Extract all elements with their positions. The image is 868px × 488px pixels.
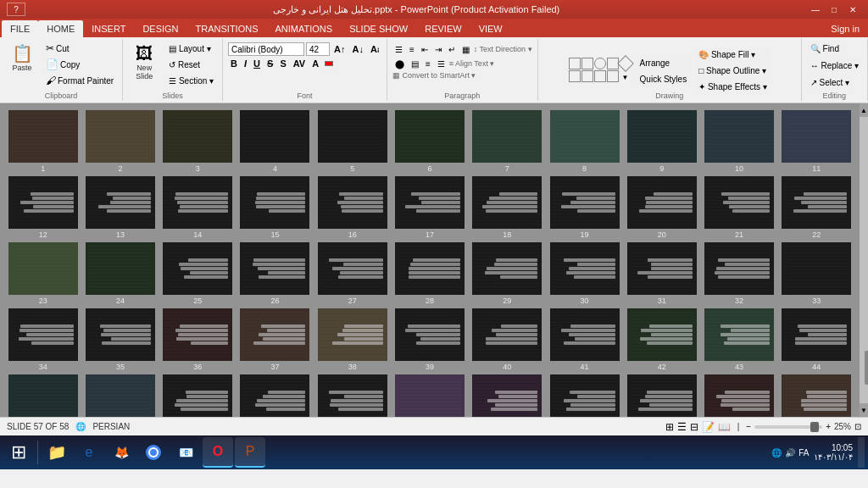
clear-format-button[interactable]: Aᵢ <box>368 42 381 56</box>
decrease-font-button[interactable]: A↓ <box>350 42 366 56</box>
shapes-more-button[interactable]: ▼ <box>620 70 632 84</box>
slide-item-3[interactable]: 3 <box>162 110 234 173</box>
maximize-button[interactable]: □ <box>826 3 843 16</box>
slide-item-25[interactable]: 25 <box>162 242 234 305</box>
scroll-thumb[interactable] <box>865 351 868 385</box>
layout-button[interactable]: ▤ Layout ▾ <box>165 41 217 56</box>
taskbar-clock[interactable]: 10:05 ۱۴۰۳/۱۱/۰۴ <box>814 443 853 462</box>
increase-font-button[interactable]: A↑ <box>331 42 348 56</box>
zoom-slider[interactable] <box>754 425 822 429</box>
bold-button[interactable]: B <box>228 57 240 70</box>
new-slide-button[interactable]: 🖼 NewSlide <box>128 41 160 90</box>
shape-3[interactable] <box>581 70 593 82</box>
firefox-button[interactable]: 🦊 <box>106 437 136 468</box>
tab-animations[interactable]: ANIMATIONS <box>267 20 342 37</box>
slide-item-23[interactable]: 23 <box>7 242 79 305</box>
signin-area[interactable]: Sign in <box>822 20 868 37</box>
slide-item-20[interactable]: 20 <box>626 176 698 239</box>
rtl-button[interactable]: ↵ <box>446 42 458 56</box>
minimize-button[interactable]: — <box>807 3 824 16</box>
slide-item-41[interactable]: 41 <box>548 308 620 371</box>
font-size-input[interactable] <box>306 42 330 56</box>
shape-5[interactable] <box>607 70 619 82</box>
slide-item-36[interactable]: 36 <box>162 308 234 371</box>
scrollbar-track[interactable]: ▲ ▼ <box>860 103 868 417</box>
slide-item-12[interactable]: 12 <box>7 176 79 239</box>
align-center-button[interactable]: ▤ <box>409 57 421 70</box>
align-right-button[interactable]: ≡ <box>423 57 433 70</box>
tab-home[interactable]: HOME <box>38 20 83 37</box>
slide-item-15[interactable]: 15 <box>239 176 311 239</box>
tab-file[interactable]: FILE <box>2 20 38 37</box>
slide-item-27[interactable]: 27 <box>316 242 388 305</box>
indent-more-button[interactable]: ⇥ <box>432 42 444 56</box>
slide-item-4[interactable]: 4 <box>239 110 311 173</box>
reading-view-button[interactable]: 📖 <box>718 421 731 433</box>
slide-item-1[interactable]: 1 <box>7 110 79 173</box>
shape-line[interactable] <box>569 58 581 69</box>
slide-item-44[interactable]: 44 <box>781 308 853 371</box>
chrome-button[interactable] <box>138 437 169 468</box>
tab-slideshow[interactable]: SLIDE SHOW <box>341 20 416 37</box>
slide-item-48[interactable]: 48 <box>239 374 311 417</box>
list-numbers-button[interactable]: ≡ <box>407 42 417 56</box>
slides-panel[interactable]: 1234567891011121314151617181920212223242… <box>0 103 860 417</box>
slide-item-38[interactable]: 38 <box>316 308 388 371</box>
tab-transitions[interactable]: TRANSITIONS <box>187 20 267 37</box>
scroll-up-button[interactable]: ▲ <box>860 103 868 117</box>
slide-item-29[interactable]: 29 <box>471 242 543 305</box>
tab-review[interactable]: REVIEW <box>416 20 470 37</box>
slide-item-14[interactable]: 14 <box>162 176 234 239</box>
slide-item-21[interactable]: 21 <box>703 176 775 239</box>
tab-insert[interactable]: INSERT <box>83 20 134 37</box>
shape-outline-button[interactable]: □ Shape Outline ▾ <box>695 64 771 79</box>
slide-item-22[interactable]: 22 <box>781 176 853 239</box>
slide-item-9[interactable]: 9 <box>626 110 698 173</box>
shape-oval[interactable] <box>594 58 606 69</box>
arrange-button[interactable]: Arrange <box>637 55 691 70</box>
shape-arrow[interactable] <box>581 58 593 69</box>
indent-less-button[interactable]: ⇤ <box>419 42 431 56</box>
slide-item-34[interactable]: 34 <box>7 308 79 371</box>
slide-item-31[interactable]: 31 <box>626 242 698 305</box>
slide-item-54[interactable]: 54 <box>703 374 775 417</box>
align-left-button[interactable]: ⬤ <box>392 57 407 70</box>
tab-design[interactable]: DESIGN <box>134 20 186 37</box>
slide-item-53[interactable]: 53 <box>626 374 698 417</box>
notes-view-button[interactable]: 📝 <box>702 421 715 433</box>
slide-item-2[interactable]: 2 <box>84 110 156 173</box>
slide-item-51[interactable]: 51 <box>471 374 543 417</box>
shape-fill-button[interactable]: 🎨 Shape Fill ▾ <box>695 47 771 63</box>
slide-item-30[interactable]: 30 <box>548 242 620 305</box>
font-family-input[interactable] <box>228 42 304 56</box>
list-bullets-button[interactable]: ☰ <box>392 42 405 56</box>
slide-item-37[interactable]: 37 <box>239 308 311 371</box>
copy-button[interactable]: 📄Copy <box>42 57 117 72</box>
slide-item-50[interactable]: 50 <box>393 374 465 417</box>
columns-button[interactable]: ▦ <box>459 42 472 56</box>
convert-smartart-label[interactable]: ▦ Convert to SmartArt ▾ <box>392 71 476 80</box>
find-button[interactable]: 🔍 Find <box>807 41 843 56</box>
shape-diamond[interactable] <box>617 55 634 72</box>
slide-item-42[interactable]: 42 <box>626 308 698 371</box>
slide-item-26[interactable]: 26 <box>239 242 311 305</box>
help-button[interactable]: ? <box>7 3 25 16</box>
cut-button[interactable]: ✂Cut <box>42 41 117 56</box>
spacing-button[interactable]: AV <box>291 57 308 70</box>
italic-button[interactable]: I <box>242 57 249 70</box>
normal-view-button[interactable]: ⊞ <box>665 421 674 433</box>
slide-item-49[interactable]: 49 <box>316 374 388 417</box>
slide-item-16[interactable]: 16 <box>316 176 388 239</box>
font-color-picker[interactable] <box>323 58 335 69</box>
slide-item-19[interactable]: 19 <box>548 176 620 239</box>
start-button[interactable]: ⊞ <box>3 437 34 468</box>
zoom-in-button[interactable]: + <box>826 422 831 431</box>
slide-item-28[interactable]: 28 <box>393 242 465 305</box>
show-desktop-button[interactable] <box>858 437 865 468</box>
slide-item-46[interactable]: 46 <box>84 374 156 417</box>
replace-button[interactable]: ↔ Replace ▾ <box>807 58 862 73</box>
zoom-thumb[interactable] <box>810 422 819 432</box>
slide-item-10[interactable]: 10 <box>703 110 775 173</box>
tab-view[interactable]: VIEW <box>470 20 511 37</box>
shape-2[interactable] <box>569 70 581 82</box>
